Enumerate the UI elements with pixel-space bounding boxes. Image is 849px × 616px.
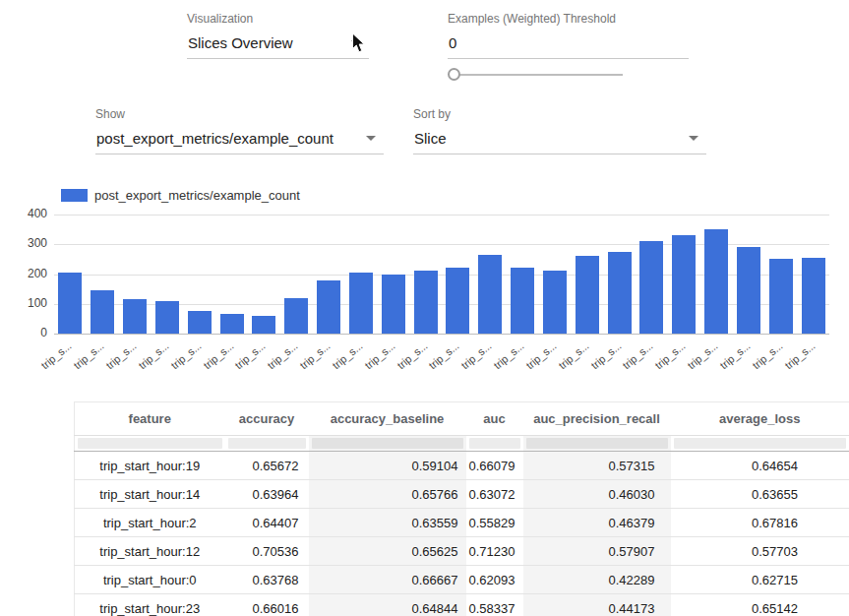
filter-input[interactable] (674, 438, 847, 449)
metric-cell: 0.57315 (523, 452, 671, 480)
bar-chart (54, 215, 829, 334)
threshold-label: Examples (Weighted) Threshold (448, 12, 689, 26)
filter-input[interactable] (228, 438, 306, 449)
metric-cell: 0.65766 (309, 480, 466, 509)
feature-cell: trip_start_hour:2 (75, 509, 225, 537)
slider-track[interactable] (454, 74, 623, 76)
feature-cell: trip_start_hour:23 (75, 594, 225, 616)
metrics-table: featureaccuracyaccuracy_baselineaucauc_p… (74, 401, 849, 616)
filter-input[interactable] (469, 438, 520, 449)
filter-cell (309, 436, 466, 452)
bar[interactable] (672, 235, 696, 334)
bar[interactable] (478, 255, 502, 334)
dropdown-arrow-icon (351, 40, 361, 45)
bar[interactable] (414, 271, 438, 334)
visualization-label: Visualization (187, 12, 369, 26)
metric-select[interactable]: post_export_metrics/example_count (95, 130, 384, 154)
bar[interactable] (123, 299, 147, 334)
threshold-slider[interactable] (448, 68, 623, 82)
bar[interactable] (576, 256, 599, 334)
metric-cell: 0.65142 (671, 594, 849, 616)
filter-cell (523, 436, 671, 452)
bar[interactable] (252, 316, 275, 334)
filter-input[interactable] (526, 438, 668, 449)
bar[interactable] (769, 259, 793, 334)
feature-cell: trip_start_hour:0 (75, 566, 225, 594)
table-row[interactable]: trip_start_hour:140.639640.657660.630720… (75, 480, 849, 509)
metric-cell: 0.55829 (466, 509, 523, 537)
filter-input[interactable] (312, 438, 463, 449)
metric-cell: 0.65672 (225, 452, 309, 480)
bar[interactable] (220, 314, 244, 334)
table-row[interactable]: trip_start_hour:00.637680.666670.620930.… (75, 566, 849, 594)
bar[interactable] (704, 229, 728, 334)
gridline (54, 334, 829, 335)
metric-cell: 0.64407 (225, 509, 309, 537)
sort-select[interactable]: Slice (413, 130, 706, 154)
filter-cell (225, 436, 309, 452)
bar[interactable] (349, 273, 373, 334)
bar[interactable] (382, 275, 405, 335)
gridline (54, 215, 829, 216)
metrics-table-container: featureaccuracyaccuracy_baselineaucauc_p… (74, 401, 849, 616)
column-header-accuracy[interactable]: accuracy (225, 402, 309, 436)
chart-legend: post_export_metrics/example_count (61, 188, 300, 203)
table-row[interactable]: trip_start_hour:230.660160.648440.583370… (75, 594, 849, 616)
metric-cell: 0.66016 (225, 594, 309, 616)
metric-cell: 0.63559 (309, 509, 466, 537)
bar[interactable] (511, 268, 534, 334)
bar[interactable] (737, 247, 760, 334)
bar[interactable] (284, 298, 308, 334)
metric-cell: 0.46379 (523, 509, 671, 537)
visualization-select[interactable]: Slices Overview (187, 34, 369, 59)
column-header-average_loss[interactable]: average_loss (671, 402, 849, 436)
visualization-control: Visualization Slices Overview (187, 12, 369, 59)
metric-cell: 0.62093 (466, 566, 523, 594)
bar[interactable] (58, 273, 82, 334)
bar[interactable] (155, 301, 179, 334)
metric-cell: 0.65625 (309, 537, 466, 566)
metric-cell: 0.57907 (523, 537, 671, 566)
y-axis-tick-label: 100 (0, 296, 47, 311)
metric-cell: 0.63964 (225, 480, 309, 509)
metric-cell: 0.66079 (466, 452, 523, 480)
filter-input[interactable] (78, 438, 222, 449)
filter-cell (75, 436, 225, 452)
legend-label: post_export_metrics/example_count (94, 188, 300, 203)
feature-cell: trip_start_hour:12 (75, 537, 225, 566)
bar[interactable] (446, 268, 469, 334)
metric-cell: 0.70536 (225, 537, 309, 566)
filter-row (75, 436, 849, 452)
bar[interactable] (543, 271, 567, 334)
y-axis: 0100200300400 (0, 215, 47, 347)
column-header-auc[interactable]: auc (466, 402, 523, 436)
sort-by-control: Sort by Slice (413, 107, 706, 154)
bar[interactable] (802, 258, 825, 334)
table-row[interactable]: trip_start_hour:20.644070.635590.558290.… (75, 509, 849, 537)
show-control: Show post_export_metrics/example_count (95, 107, 384, 154)
bar[interactable] (639, 241, 663, 334)
metric-cell: 0.63072 (466, 480, 523, 509)
bar[interactable] (188, 311, 212, 334)
filter-cell (466, 436, 523, 452)
metric-cell: 0.67816 (671, 509, 849, 537)
column-header-accuracy_baseline[interactable]: accuracy_baseline (309, 402, 466, 436)
dropdown-arrow-icon (689, 136, 698, 141)
visualization-value: Slices Overview (188, 34, 293, 51)
table-row[interactable]: trip_start_hour:120.705360.656250.712300… (75, 537, 849, 566)
column-header-feature[interactable]: feature (75, 402, 225, 436)
threshold-input[interactable]: 0 (448, 34, 689, 59)
table-header-row: featureaccuracyaccuracy_baselineaucauc_p… (75, 402, 849, 436)
x-axis-labels: trip_s...trip_s...trip_s...trip_s...trip… (54, 338, 829, 392)
table-row[interactable]: trip_start_hour:190.656720.591040.660790… (75, 452, 849, 480)
metric-cell: 0.64844 (309, 594, 466, 616)
bar[interactable] (317, 280, 340, 334)
metric-select-value: post_export_metrics/example_count (96, 130, 334, 147)
metric-cell: 0.42289 (523, 566, 671, 594)
threshold-slider-handle[interactable] (448, 68, 460, 81)
metric-cell: 0.57703 (671, 537, 849, 566)
y-axis-tick-label: 400 (0, 207, 47, 221)
bar[interactable] (91, 290, 114, 334)
bar[interactable] (608, 252, 632, 334)
column-header-auc_precision_recall[interactable]: auc_precision_recall (523, 402, 671, 436)
